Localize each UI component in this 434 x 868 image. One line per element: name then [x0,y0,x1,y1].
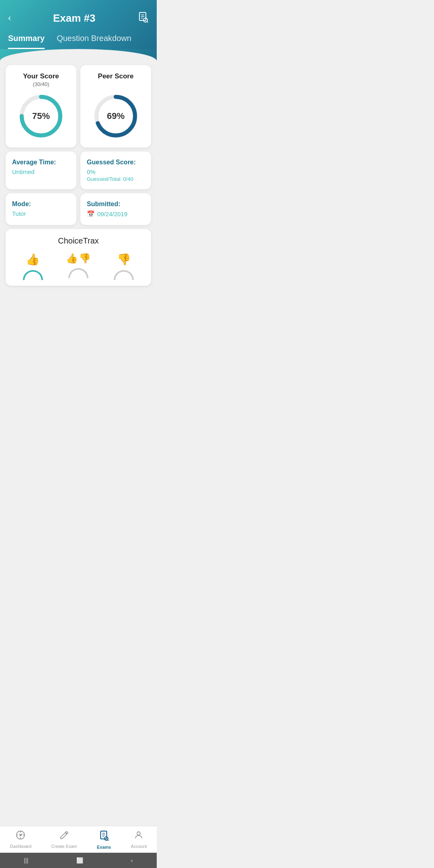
thumbs-up-both-icon: 👍 [66,253,78,264]
header: ‹ Exam #3 Summary Question Breakdown [0,0,157,49]
tab-question-breakdown[interactable]: Question Breakdown [57,34,131,49]
calendar-icon: 📅 [87,210,95,218]
average-time-label: Average Time: [12,159,70,166]
submitted-card: Submitted: 📅 09/24/2019 [80,193,151,225]
mode-value: Tutor [12,210,70,217]
thumbs-down-icon: 👎 [117,253,131,266]
peer-score-percent: 69% [107,111,125,121]
average-time-card: Average Time: Untimed [6,151,76,189]
peer-score-donut: 69% [86,92,145,140]
peer-score-title: Peer Score [86,72,145,80]
thumbs-up-arc [23,270,43,280]
mode-label: Mode: [12,201,70,208]
guessed-score-label: Guessed Score: [87,159,145,166]
mode-card: Mode: Tutor [6,193,76,225]
info-row-1: Average Time: Untimed Guessed Score: 0% … [6,151,151,189]
info-row-2: Mode: Tutor Submitted: 📅 09/24/2019 [6,193,151,225]
submitted-row: 📅 09/24/2019 [87,210,145,218]
peer-score-subtitle [86,81,145,87]
thumbs-both-arc [68,268,88,278]
submitted-label: Submitted: [87,201,145,208]
your-score-donut: 75% [11,92,71,140]
peer-score-card: Peer Score 69% [80,65,151,147]
choicetrax-thumbs-up: 👍 [23,253,43,280]
guessed-score-extra: Guessed/Total: 0/40 [87,176,145,182]
choicetrax-title: ChoiceTrax [11,236,145,246]
score-cards-row: Your Score (30/40) 75% Peer Score 69% [6,65,151,147]
choicetrax-cols: 👍 👍 👎 👎 [11,253,145,280]
svg-line-5 [147,22,148,23]
average-time-value: Untimed [12,168,70,175]
page-title: Exam #3 [53,12,96,25]
your-score-card: Your Score (30/40) 75% [6,65,76,147]
your-score-title: Your Score [11,72,71,80]
content: Your Score (30/40) 75% Peer Score 69% [0,61,157,334]
submitted-date: 09/24/2019 [97,211,127,217]
report-icon[interactable] [137,11,149,25]
guessed-score-percent: 0% [87,168,145,175]
thumbs-up-icon: 👍 [26,253,40,266]
your-score-percent: 75% [32,111,50,121]
thumbs-down-arc [114,270,134,280]
choicetrax-thumbs-both: 👍 👎 [66,253,91,280]
your-score-subtitle: (30/40) [11,81,71,87]
choicetrax-card: ChoiceTrax 👍 👍 👎 👎 [6,229,151,286]
back-button[interactable]: ‹ [8,13,11,23]
tab-summary[interactable]: Summary [8,34,45,49]
thumbs-down-both-icon: 👎 [79,253,91,264]
guessed-score-card: Guessed Score: 0% Guessed/Total: 0/40 [80,151,151,189]
choicetrax-thumbs-down: 👎 [114,253,134,280]
tabs: Summary Question Breakdown [8,30,149,49]
